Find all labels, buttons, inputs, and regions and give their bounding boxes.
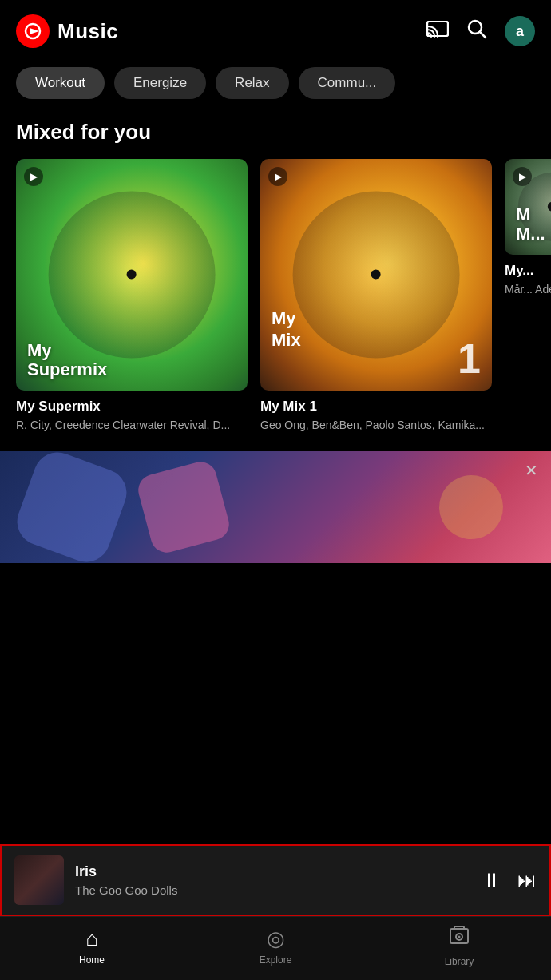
card-supermix[interactable]: ▶ MySupermix My Supermix R. City, Creede… xyxy=(16,159,248,432)
cards-row: ▶ MySupermix My Supermix R. City, Creede… xyxy=(0,159,551,451)
now-playing-info: Iris The Goo Goo Dolls xyxy=(75,863,471,897)
partial-title: My... xyxy=(505,263,551,279)
mix1-play-icon: ▶ xyxy=(268,167,287,186)
home-icon: ⌂ xyxy=(85,926,98,951)
svg-point-12 xyxy=(458,936,461,938)
filter-chips: Workout Energize Relax Commu... xyxy=(0,59,551,112)
search-icon[interactable] xyxy=(466,18,487,44)
supermix-thumbnail: ▶ MySupermix xyxy=(16,159,248,391)
supermix-bg: ▶ MySupermix xyxy=(16,159,248,391)
promo-close-button[interactable]: ✕ xyxy=(525,461,538,480)
header-icons: a xyxy=(426,16,535,46)
supermix-disc xyxy=(49,192,216,359)
app-title: Music xyxy=(57,19,118,44)
card-mix1[interactable]: ▶ MyMix 1 My Mix 1 Geo Ong, Ben&Ben, Pao… xyxy=(260,159,492,432)
now-playing-controls: ⏸ ⏭ xyxy=(482,869,537,891)
mix1-label: MyMix xyxy=(272,308,301,351)
partial-thumbnail: ▶ MM... xyxy=(505,159,551,255)
explore-label: Explore xyxy=(260,954,292,966)
mix1-number: 1 xyxy=(458,338,481,379)
mix1-bg: ▶ MyMix 1 xyxy=(260,159,492,391)
svg-rect-6 xyxy=(427,34,430,37)
bottom-nav: ⌂ Home ◎ Explore Library xyxy=(0,916,551,980)
mix1-disc-center xyxy=(371,270,381,280)
chip-relax[interactable]: Relax xyxy=(216,67,288,99)
partial-bg: ▶ MM... xyxy=(505,159,551,255)
header-left: Music xyxy=(16,14,118,48)
promo-shapes xyxy=(0,451,551,563)
pause-button[interactable]: ⏸ xyxy=(482,869,501,891)
cast-icon[interactable] xyxy=(426,19,449,43)
svg-line-8 xyxy=(480,32,486,38)
chip-energize[interactable]: Energize xyxy=(114,67,206,99)
now-playing-title: Iris xyxy=(75,863,471,880)
library-icon xyxy=(448,925,470,953)
supermix-title: My Supermix xyxy=(16,399,248,415)
yt-music-logo xyxy=(16,14,50,48)
header: Music a xyxy=(0,0,551,59)
promo-shape-1 xyxy=(10,451,133,563)
explore-icon: ◎ xyxy=(267,926,285,951)
next-button[interactable]: ⏭ xyxy=(517,869,537,891)
now-playing-artist: The Goo Goo Dolls xyxy=(75,883,471,897)
avatar[interactable]: a xyxy=(505,16,535,46)
promo-banner: ✕ xyxy=(0,451,551,563)
section-title-mixed: Mixed for you xyxy=(0,112,551,159)
partial-disc-center xyxy=(548,202,551,212)
now-playing-thumb-art xyxy=(14,855,64,905)
mix1-title: My Mix 1 xyxy=(260,399,492,415)
partial-play-icon: ▶ xyxy=(513,167,532,186)
promo-shape-3 xyxy=(434,470,509,545)
nav-home[interactable]: ⌂ Home xyxy=(60,926,124,966)
chip-workout[interactable]: Workout xyxy=(16,67,105,99)
nav-explore[interactable]: ◎ Explore xyxy=(244,926,307,966)
mix1-subtitle: Geo Ong, Ben&Ben, Paolo Santos, Kamika..… xyxy=(260,418,492,432)
supermix-subtitle: R. City, Creedence Clearwater Revival, D… xyxy=(16,418,248,432)
partial-label: MM... xyxy=(516,205,545,244)
now-playing-thumb xyxy=(14,855,64,905)
card-partial[interactable]: ▶ MM... My... Mår... Ade... xyxy=(505,159,551,432)
now-playing-bar[interactable]: Iris The Goo Goo Dolls ⏸ ⏭ xyxy=(0,844,551,916)
home-label: Home xyxy=(79,954,105,966)
library-label: Library xyxy=(445,956,474,967)
supermix-play-icon: ▶ xyxy=(24,167,43,186)
disc-center xyxy=(127,270,137,280)
main-content: Mixed for you ▶ MySupermix My Supermix xyxy=(0,112,551,844)
promo-shape-2 xyxy=(135,458,232,556)
mix1-disc xyxy=(293,192,460,359)
chip-commu[interactable]: Commu... xyxy=(299,67,396,99)
page-wrapper: Music a xyxy=(0,0,551,980)
mix1-thumbnail: ▶ MyMix 1 xyxy=(260,159,492,391)
supermix-label: MySupermix xyxy=(27,341,107,379)
partial-subtitle: Mår... Ade... xyxy=(505,282,551,296)
nav-library[interactable]: Library xyxy=(427,925,491,967)
